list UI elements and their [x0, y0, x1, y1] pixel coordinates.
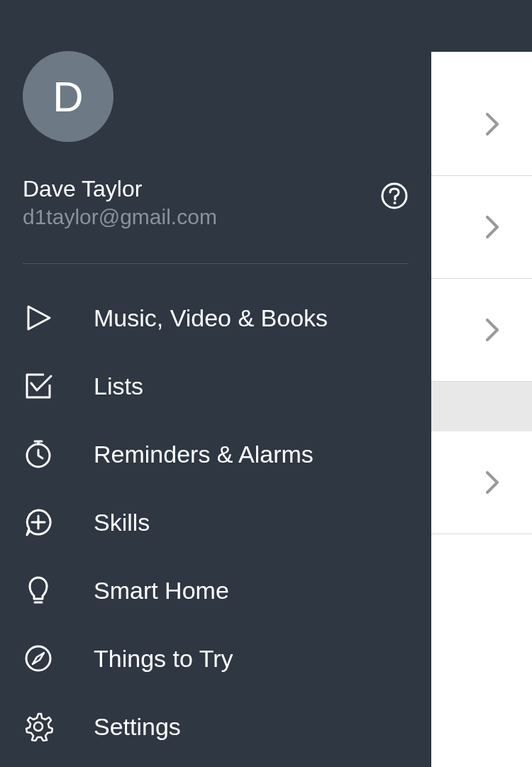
compass-icon: [23, 643, 54, 674]
chevron-right-icon: [486, 471, 500, 494]
menu-item-settings[interactable]: Settings: [23, 692, 409, 761]
menu-item-smart-home[interactable]: Smart Home: [23, 556, 409, 624]
avatar-initial: D: [52, 72, 83, 121]
divider: [23, 263, 409, 264]
menu: Music, Video & Books Lists Reminders & A…: [23, 284, 409, 761]
menu-item-label: Settings: [94, 713, 181, 741]
help-button[interactable]: [380, 182, 409, 210]
avatar[interactable]: D: [23, 51, 113, 142]
profile-name: Dave Taylor: [23, 176, 409, 202]
help-icon: [380, 182, 409, 210]
menu-item-label: Reminders & Alarms: [94, 441, 314, 468]
menu-item-label: Smart Home: [94, 577, 229, 605]
checkbox-icon: [23, 370, 54, 402]
play-icon: [23, 302, 54, 333]
plus-bubble-icon: [23, 507, 54, 538]
svg-point-3: [26, 646, 50, 671]
menu-item-lists[interactable]: Lists: [23, 352, 409, 420]
menu-item-things-to-try[interactable]: Things to Try: [23, 624, 409, 692]
menu-item-label: Lists: [94, 373, 143, 400]
profile-email: d1taylor@gmail.com: [23, 205, 409, 229]
svg-point-4: [34, 722, 43, 731]
menu-item-skills[interactable]: Skills: [23, 488, 409, 556]
bulb-icon: [23, 575, 54, 606]
chevron-right-icon: [486, 319, 500, 341]
svg-point-1: [394, 202, 397, 204]
menu-item-label: Things to Try: [94, 645, 233, 673]
menu-item-label: Music, Video & Books: [94, 304, 328, 332]
chevron-right-icon: [486, 113, 500, 136]
gear-icon: [23, 711, 54, 742]
stopwatch-icon: [23, 438, 54, 470]
menu-item-music-video-books[interactable]: Music, Video & Books: [23, 284, 409, 352]
profile-section: Dave Taylor d1taylor@gmail.com: [23, 176, 409, 229]
chevron-right-icon: [486, 216, 500, 238]
menu-item-reminders-alarms[interactable]: Reminders & Alarms: [23, 420, 409, 488]
navigation-drawer: D Dave Taylor d1taylor@gmail.com Music, …: [0, 0, 431, 767]
menu-item-label: Skills: [94, 509, 150, 536]
